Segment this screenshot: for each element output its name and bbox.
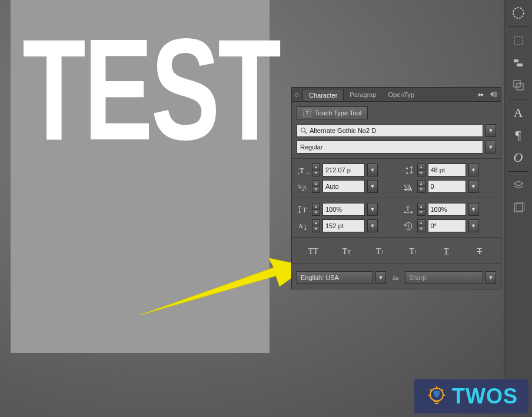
svg-rect-1: [493, 94, 497, 94]
vertical-scale-input[interactable]: [322, 203, 365, 216]
svg-text:T: T: [300, 166, 304, 175]
character-panel: ◇ Character Paragrap OpenTyp ▸▸ T Touch …: [291, 87, 501, 289]
anti-alias-combo[interactable]: Sharp: [405, 271, 483, 284]
horizontal-scale-stepper[interactable]: ▲▼: [417, 203, 425, 216]
anti-alias-value: Sharp: [409, 274, 479, 281]
svg-rect-22: [517, 64, 523, 66]
panel-flyout-menu-icon[interactable]: [487, 91, 501, 99]
font-style-combo[interactable]: [297, 141, 483, 154]
kerning-param: V⁄A ▲▼ ▼: [297, 180, 391, 193]
touch-type-tool-button[interactable]: T Touch Type Tool: [297, 106, 368, 119]
svg-text:A: A: [405, 171, 408, 175]
baseline-shift-dropdown-icon[interactable]: ▼: [367, 219, 378, 232]
collapse-icon[interactable]: ◇: [294, 91, 299, 98]
strikethrough-button[interactable]: T: [463, 245, 497, 259]
font-size-param: T ▲▼ ▼: [297, 164, 391, 176]
horizontal-scale-icon: T: [402, 204, 415, 215]
tracking-input[interactable]: [428, 180, 466, 193]
svg-rect-2: [493, 95, 497, 96]
canvas-text[interactable]: TEST: [22, 18, 200, 162]
font-family-dropdown-icon[interactable]: ▼: [486, 124, 496, 137]
kerning-input[interactable]: [322, 180, 365, 193]
svg-rect-21: [514, 59, 518, 62]
font-size-icon: T: [297, 165, 310, 175]
baseline-shift-icon: Aa: [297, 221, 310, 231]
font-style-input[interactable]: [300, 141, 480, 153]
rotation-stepper[interactable]: ▲▼: [417, 219, 425, 232]
baseline-shift-param: Aa ▲▼ ▼: [297, 219, 391, 232]
font-style-dropdown-icon[interactable]: ▼: [486, 141, 496, 154]
tab-opentype[interactable]: OpenTyp: [383, 89, 421, 101]
watermark-text: TWOS: [452, 384, 518, 409]
tracking-stepper[interactable]: ▲▼: [417, 180, 425, 193]
pathfinder-icon[interactable]: [508, 75, 529, 96]
character-panel-icon[interactable]: A: [508, 102, 529, 124]
horizontal-scale-dropdown-icon[interactable]: ▼: [468, 203, 479, 216]
touch-type-label: Touch Type Tool: [315, 109, 361, 116]
small-caps-button[interactable]: TT: [330, 245, 364, 259]
baseline-shift-input[interactable]: [322, 219, 365, 232]
anti-alias-icon: aa: [388, 273, 403, 282]
touch-type-icon: T: [303, 109, 311, 117]
document-canvas[interactable]: TEST: [11, 0, 270, 353]
kerning-stepper[interactable]: ▲▼: [312, 180, 320, 193]
vertical-scale-dropdown-icon[interactable]: ▼: [367, 203, 378, 216]
font-size-dropdown-icon[interactable]: ▼: [367, 164, 378, 176]
leading-param: AA ▲▼ ▼: [402, 164, 497, 176]
panel-cycle-icon[interactable]: ▸▸: [475, 91, 487, 98]
subscript-button[interactable]: T1: [397, 245, 430, 259]
artboard-icon[interactable]: [508, 30, 529, 51]
svg-text:T: T: [406, 205, 410, 212]
kerning-dropdown-icon[interactable]: ▼: [367, 180, 378, 193]
all-caps-button[interactable]: TT: [297, 245, 330, 259]
svg-text:A: A: [405, 166, 408, 171]
font-family-input[interactable]: [310, 125, 480, 136]
svg-point-19: [513, 8, 524, 18]
tracking-dropdown-icon[interactable]: ▼: [468, 180, 479, 193]
horizontal-scale-input[interactable]: [428, 203, 466, 216]
opentype-panel-icon[interactable]: O: [508, 147, 529, 168]
svg-point-5: [301, 128, 305, 132]
anti-alias-dropdown-icon[interactable]: ▼: [486, 271, 496, 284]
superscript-button[interactable]: T1: [363, 245, 397, 259]
vertical-scale-stepper[interactable]: ▲▼: [312, 203, 320, 216]
panel-tabs: ◇ Character Paragrap OpenTyp ▸▸: [292, 88, 501, 102]
language-combo[interactable]: English: USA: [297, 271, 373, 284]
vertical-scale-icon: T: [297, 204, 310, 215]
language-dropdown-icon[interactable]: ▼: [375, 271, 386, 284]
watermark-badge: TWOS: [414, 379, 528, 413]
font-size-input[interactable]: [322, 164, 365, 176]
tab-paragraph[interactable]: Paragrap: [344, 89, 382, 101]
font-size-stepper[interactable]: ▲▼: [312, 164, 320, 176]
svg-text:T: T: [407, 223, 410, 229]
tab-character[interactable]: Character: [302, 89, 344, 101]
leading-dropdown-icon[interactable]: ▼: [468, 164, 479, 176]
paragraph-panel-icon[interactable]: ¶: [508, 125, 529, 146]
leading-input[interactable]: [428, 164, 466, 176]
right-panel-dock: A ¶ O: [504, 0, 532, 417]
svg-text:A: A: [298, 222, 303, 229]
language-value: English: USA: [301, 274, 369, 281]
lightbulb-icon: [425, 385, 448, 408]
svg-rect-0: [493, 92, 497, 92]
tracking-icon: VA: [402, 181, 415, 192]
underline-button[interactable]: T: [430, 245, 463, 259]
svg-text:T: T: [302, 206, 307, 214]
svg-line-6: [305, 132, 307, 134]
search-icon: [300, 127, 307, 134]
align-panel-icon[interactable]: [508, 52, 529, 74]
baseline-shift-stepper[interactable]: ▲▼: [312, 219, 320, 232]
vertical-scale-param: T ▲▼ ▼: [297, 203, 391, 216]
horizontal-scale-param: T ▲▼ ▼: [402, 203, 497, 216]
color-panel-icon[interactable]: [508, 2, 529, 24]
leading-icon: AA: [402, 165, 415, 175]
svg-text:T: T: [305, 110, 309, 116]
artboards-panel-icon[interactable]: [508, 197, 529, 218]
rotation-input[interactable]: [428, 219, 466, 232]
rotation-dropdown-icon[interactable]: ▼: [468, 219, 479, 232]
tracking-param: VA ▲▼ ▼: [402, 180, 497, 193]
font-family-combo[interactable]: [297, 124, 483, 137]
rotation-icon: T: [402, 221, 415, 231]
leading-stepper[interactable]: ▲▼: [417, 164, 425, 176]
layers-panel-icon[interactable]: [508, 175, 529, 196]
